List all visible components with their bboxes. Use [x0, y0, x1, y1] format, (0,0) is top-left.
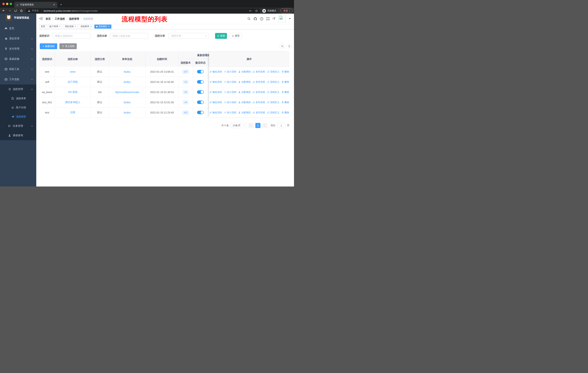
- refresh-table-button[interactable]: [286, 43, 292, 49]
- browser-menu-icon[interactable]: [289, 10, 290, 12]
- tag-process-model[interactable]: 流程模型✕: [94, 25, 111, 29]
- reset-button[interactable]: 重置: [229, 33, 242, 39]
- browser-tab[interactable]: 芋道管理系统 ✕: [14, 2, 57, 8]
- password-key-icon[interactable]: [249, 9, 252, 12]
- sidebar-item-system[interactable]: 系统管理: [0, 33, 36, 44]
- browser-update-button[interactable]: 更新: [281, 8, 293, 13]
- sidebar-item-home[interactable]: 首页: [0, 23, 36, 33]
- process-key-input[interactable]: [52, 33, 91, 39]
- active-toggle[interactable]: [197, 70, 204, 73]
- form-info-link[interactable]: biubiu: [124, 81, 130, 83]
- bookmark-star-icon[interactable]: [255, 9, 258, 12]
- process-name-link[interactable]: eeee: [70, 70, 75, 73]
- version-badge[interactable]: v4: [183, 100, 189, 104]
- process-name-link[interactable]: OA 请假: [68, 91, 77, 94]
- process-name-link[interactable]: 滔博: [70, 111, 75, 114]
- form-info-link[interactable]: biubiu: [124, 111, 130, 114]
- close-icon[interactable]: ✕: [74, 25, 76, 28]
- assign-rule-link[interactable]: 分配规则: [238, 101, 251, 104]
- url-bar[interactable]: 不安全 dashboard.yudao.iocoder.cn/bpm/manag…: [26, 8, 260, 13]
- tag-tenant[interactable]: 租户管理✕: [48, 25, 62, 29]
- modify-process-link[interactable]: 修改流程: [210, 91, 222, 94]
- fullscreen-icon[interactable]: [266, 17, 270, 20]
- traffic-light-minimize[interactable]: [6, 3, 8, 5]
- process-name-input[interactable]: [110, 33, 148, 39]
- sidebar-item-process-management[interactable]: 流程管理: [0, 84, 36, 94]
- security-warning-icon[interactable]: [28, 10, 31, 12]
- create-process-button[interactable]: + 新建流程: [40, 43, 57, 49]
- publish-process-link[interactable]: 发布流程: [253, 101, 265, 104]
- publish-process-link[interactable]: 发布流程: [253, 91, 265, 94]
- help-icon[interactable]: ?: [260, 17, 263, 20]
- sidebar-item-leave-query[interactable]: 请假查询: [0, 131, 36, 140]
- assign-rule-link[interactable]: 分配规则: [238, 80, 251, 84]
- process-definition-link[interactable]: 流程定义: [267, 101, 279, 104]
- sidebar-toggle-icon[interactable]: [39, 17, 43, 20]
- user-avatar[interactable]: [278, 15, 286, 22]
- traffic-light-close[interactable]: [2, 3, 5, 5]
- sidebar-item-task-management[interactable]: 任务管理: [0, 121, 36, 131]
- header-search-icon[interactable]: [247, 17, 251, 20]
- security-label[interactable]: 不安全: [32, 9, 39, 12]
- delete-process-link[interactable]: 删除: [281, 111, 289, 114]
- sidebar-item-payment[interactable]: ¥ 支付管理: [0, 44, 36, 54]
- github-icon[interactable]: [253, 17, 257, 20]
- process-definition-link[interactable]: 流程定义: [267, 91, 279, 94]
- prev-page-button[interactable]: ‹: [248, 123, 253, 128]
- sidebar-item-process-model[interactable]: 流程模型: [0, 112, 36, 121]
- design-process-link[interactable]: 设计流程: [224, 70, 236, 73]
- process-name-link[interactable]: 测试多审批人: [65, 101, 80, 104]
- sidebar-item-devtools[interactable]: 研发工具: [0, 64, 36, 74]
- close-icon[interactable]: ✕: [108, 25, 110, 28]
- reload-icon[interactable]: [14, 9, 17, 12]
- modify-process-link[interactable]: 修改流程: [210, 101, 222, 104]
- import-process-button[interactable]: 导入流程: [59, 43, 77, 49]
- form-info-link[interactable]: biubiu: [124, 70, 130, 73]
- category-select[interactable]: 流程分类: [168, 33, 209, 39]
- tag-my-process[interactable]: 我的流程✕: [63, 25, 78, 29]
- breadcrumb-home[interactable]: 首页: [46, 17, 51, 20]
- next-page-button[interactable]: ›: [262, 123, 267, 128]
- home-icon[interactable]: [20, 9, 23, 12]
- version-badge[interactable]: v5: [183, 90, 189, 94]
- tag-home[interactable]: 首页: [39, 25, 47, 29]
- font-size-icon[interactable]: TT: [273, 17, 275, 20]
- assign-rule-link[interactable]: 分配规则: [238, 70, 251, 73]
- search-button[interactable]: 搜索: [215, 33, 227, 39]
- modify-process-link[interactable]: 修改流程: [210, 70, 222, 73]
- publish-process-link[interactable]: 发布流程: [253, 111, 265, 114]
- process-definition-link[interactable]: 流程定义: [267, 70, 279, 73]
- close-icon[interactable]: ✕: [59, 25, 61, 28]
- version-badge[interactable]: v17: [182, 70, 189, 74]
- delete-process-link[interactable]: 删除: [281, 80, 289, 84]
- modify-process-link[interactable]: 修改流程: [210, 80, 222, 84]
- traffic-light-zoom[interactable]: [10, 3, 12, 5]
- breadcrumb-workflow[interactable]: 工作流程: [55, 17, 65, 20]
- goto-page-input[interactable]: [277, 123, 285, 128]
- assign-rule-link[interactable]: 分配规则: [238, 91, 251, 94]
- design-process-link[interactable]: 设计流程: [224, 101, 236, 104]
- active-toggle[interactable]: [197, 90, 204, 94]
- sidebar-item-infrastructure[interactable]: 基础设施: [0, 54, 36, 64]
- back-icon[interactable]: [2, 9, 5, 12]
- active-toggle[interactable]: [197, 80, 204, 84]
- active-toggle[interactable]: [197, 111, 204, 114]
- active-toggle[interactable]: [197, 101, 204, 104]
- delete-process-link[interactable]: 删除: [281, 91, 289, 94]
- page-size-select[interactable]: 10条/页: [231, 123, 247, 128]
- close-icon[interactable]: ✕: [90, 25, 92, 28]
- process-definition-link[interactable]: 流程定义: [267, 80, 279, 84]
- delete-process-link[interactable]: 删除: [281, 101, 289, 104]
- new-tab-button[interactable]: +: [60, 3, 62, 6]
- process-definition-link[interactable]: 流程定义: [267, 111, 279, 114]
- breadcrumb-process-management[interactable]: 流程管理: [69, 17, 79, 20]
- assign-rule-link[interactable]: 分配规则: [238, 111, 251, 114]
- app-logo-row[interactable]: 芋道管理系统: [0, 14, 36, 22]
- modify-process-link[interactable]: 修改流程: [210, 111, 222, 114]
- version-badge[interactable]: v2: [183, 80, 189, 84]
- form-info-link[interactable]: biubiu: [124, 101, 130, 104]
- tag-process-form[interactable]: 流程表单✕: [79, 25, 93, 29]
- current-page-button[interactable]: 1: [255, 123, 261, 128]
- show-search-button[interactable]: [280, 43, 285, 49]
- design-process-link[interactable]: 设计流程: [224, 80, 236, 84]
